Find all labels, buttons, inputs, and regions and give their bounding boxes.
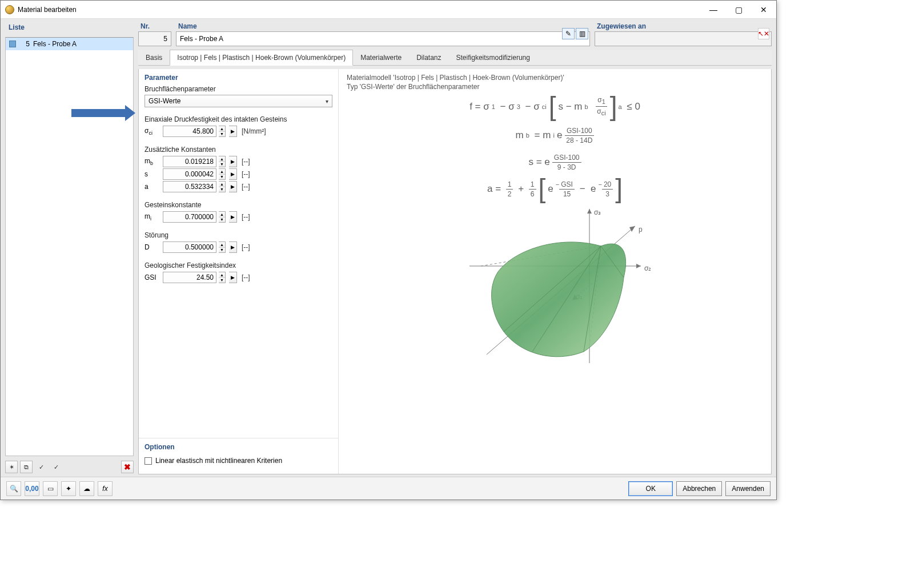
right-panel: Nr. 5 Name Fels - Probe A ✎ ▥ Zugewiesen…: [138, 21, 772, 474]
additional-constants-label: Zusätzliche Konstanten: [145, 146, 332, 154]
window-maximize-button[interactable]: ▢: [726, 1, 751, 19]
tab-dilatanz[interactable]: Dilatanz: [409, 50, 448, 65]
ok-button[interactable]: OK: [628, 481, 673, 496]
s-unit: [--]: [239, 170, 332, 178]
sigma-ci-symbol: σci: [145, 127, 160, 136]
gsi-spinner[interactable]: ▲▼: [219, 272, 226, 283]
list-item-number: 5: [19, 40, 30, 48]
failure-surface-combo[interactable]: GSI-Werte ▾: [145, 95, 332, 107]
pencil-icon: ✎: [565, 30, 571, 38]
a-input[interactable]: 0.532334: [163, 181, 216, 192]
pick-objects-button[interactable]: ↖✕: [758, 28, 769, 39]
tab-basis[interactable]: Basis: [138, 50, 170, 65]
name-label: Name: [176, 21, 590, 31]
footer-tool-5[interactable]: ☁: [79, 481, 94, 496]
mb-spinner[interactable]: ▲▼: [219, 156, 226, 167]
footer-tool-3[interactable]: ▭: [43, 481, 58, 496]
a-symbol: a: [145, 183, 160, 191]
delete-icon: ✖: [124, 462, 131, 472]
list-toolbar: ✶ ⧉ ✓ ✓ ✖: [5, 460, 134, 474]
toolbar-button-3[interactable]: ✓: [35, 461, 47, 473]
linear-elastic-label: Linear elastisch mit nichtlinearen Krite…: [155, 457, 282, 465]
tab-content: Parameter Bruchflächenparameter GSI-Wert…: [138, 69, 772, 474]
s-more-button[interactable]: ▶: [229, 168, 237, 180]
mb-input[interactable]: 0.019218: [163, 156, 216, 167]
mi-spinner[interactable]: ▲▼: [219, 211, 226, 223]
formula-mb: mb = mieGSI-10028 - 14D: [516, 127, 595, 144]
app-icon: [5, 5, 14, 14]
footer-tool-fx[interactable]: fx: [98, 481, 113, 496]
formula-f: f = σ1 − σ3 − σci [ s − mb σ1σci ]a ≤ 0: [469, 96, 640, 117]
list-item[interactable]: 5 Fels - Probe A: [6, 38, 133, 50]
gsi-unit: [--]: [239, 273, 332, 281]
window-minimize-button[interactable]: —: [701, 1, 726, 19]
mb-symbol: mb: [145, 157, 160, 166]
library-button[interactable]: ▥: [576, 28, 588, 39]
svg-text:σ₃: σ₃: [594, 208, 601, 216]
yield-surface-diagram: σ₂ σ₃ p σ₁: [347, 203, 763, 369]
list-item-name: Fels - Probe A: [33, 40, 77, 48]
gsi-input[interactable]: 24.50: [163, 272, 216, 283]
options-section-title: Optionen: [139, 438, 338, 454]
svg-text:p: p: [639, 225, 643, 233]
a-more-button[interactable]: ▶: [229, 181, 237, 192]
mb-more-button[interactable]: ▶: [229, 156, 237, 167]
list-header: Liste: [5, 21, 134, 34]
d-more-button[interactable]: ▶: [229, 241, 237, 253]
s-spinner[interactable]: ▲▼: [219, 168, 226, 180]
copy-item-button[interactable]: ⧉: [20, 461, 33, 473]
sigma-ci-input[interactable]: 45.800: [163, 126, 216, 137]
mi-input[interactable]: 0.700000: [163, 211, 216, 223]
mi-more-button[interactable]: ▶: [229, 211, 237, 223]
gsi-label: Geologischer Festigkeitsindex: [145, 261, 332, 269]
s-input[interactable]: 0.000042: [163, 168, 216, 180]
tab-materialwerte[interactable]: Materialwerte: [353, 50, 409, 65]
footer-tool-1[interactable]: 🔍: [6, 481, 21, 496]
svg-marker-4: [587, 209, 592, 214]
sigma-ci-more-button[interactable]: ▶: [229, 126, 237, 137]
name-input[interactable]: Fels - Probe A: [176, 31, 590, 46]
mi-unit: [--]: [239, 213, 332, 221]
footer-tool-units[interactable]: 0,00: [25, 481, 39, 496]
dialog-footer: 🔍 0,00 ▭ ✦ ☁ fx OK Abbrechen Anwenden: [1, 477, 776, 500]
apply-button[interactable]: Anwenden: [725, 481, 770, 496]
cancel-button[interactable]: Abbrechen: [676, 481, 722, 496]
gsi-more-button[interactable]: ▶: [229, 272, 237, 283]
info-line-1: Materialmodell 'Isotrop | Fels | Plastis…: [347, 74, 763, 82]
new-item-button[interactable]: ✶: [5, 461, 18, 473]
svg-marker-1: [636, 264, 641, 268]
edit-name-button[interactable]: ✎: [562, 28, 575, 39]
delete-item-button[interactable]: ✖: [121, 461, 134, 473]
gsi-symbol: GSI: [145, 273, 160, 281]
header-row: Nr. 5 Name Fels - Probe A ✎ ▥ Zugewiesen…: [138, 21, 772, 46]
toolbar-button-4[interactable]: ✓: [50, 461, 62, 473]
formula-area: f = σ1 − σ3 − σci [ s − mb σ1σci ]a ≤ 0 …: [347, 96, 763, 198]
svg-marker-7: [629, 226, 635, 232]
window-title: Material bearbeiten: [18, 6, 701, 14]
disturbance-label: Störung: [145, 231, 332, 239]
sigma-ci-unit: [N/mm²]: [239, 127, 332, 135]
tab-hoek-brown[interactable]: Isotrop | Fels | Plastisch | Hoek-Brown …: [170, 50, 353, 66]
options-section: Optionen Linear elastisch mit nichtlinea…: [139, 438, 338, 474]
tab-steifigkeit[interactable]: Steifigkeitsmodifizierung: [449, 50, 537, 65]
parameter-column: Parameter Bruchflächenparameter GSI-Wert…: [139, 69, 339, 474]
book-icon: ▥: [579, 30, 585, 38]
mi-symbol: mi: [145, 212, 160, 221]
info-line-2: Typ 'GSI-Werte' der Bruchflächenparamete…: [347, 83, 763, 91]
nr-label: Nr.: [138, 21, 171, 31]
left-panel: Liste 5 Fels - Probe A ✶ ⧉ ✓ ✓ ✖: [5, 21, 134, 474]
material-list[interactable]: 5 Fels - Probe A: [5, 37, 134, 456]
assigned-input[interactable]: [595, 31, 772, 46]
mb-unit: [--]: [239, 158, 332, 166]
nr-field-group: Nr. 5: [138, 21, 171, 46]
d-input[interactable]: 0.500000: [163, 241, 216, 253]
sigma-ci-spinner[interactable]: ▲▼: [219, 126, 226, 137]
footer-tool-4[interactable]: ✦: [61, 481, 76, 496]
window-close-button[interactable]: ✕: [751, 1, 776, 19]
formula-s: s = eGSI-1009 - 3D: [528, 154, 581, 171]
info-column: Materialmodell 'Isotrop | Fels | Plastis…: [339, 69, 771, 474]
linear-elastic-checkbox[interactable]: [145, 457, 152, 465]
nr-input[interactable]: 5: [138, 31, 171, 46]
d-spinner[interactable]: ▲▼: [219, 241, 226, 253]
a-spinner[interactable]: ▲▼: [219, 181, 226, 192]
